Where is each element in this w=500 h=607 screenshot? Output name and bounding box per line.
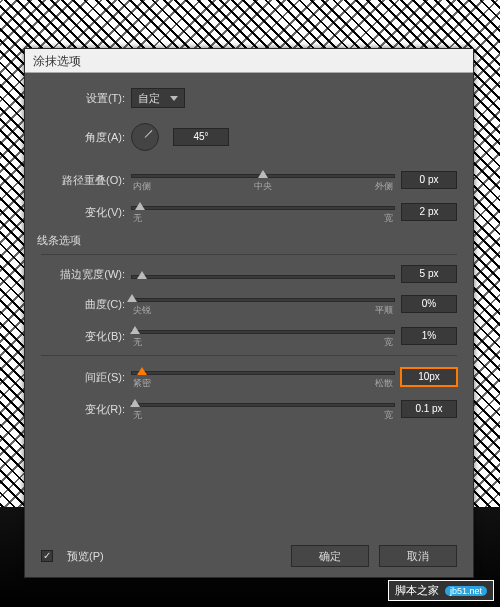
angle-label: 角度(A): [41, 130, 131, 145]
angle-input[interactable]: 45° [173, 128, 229, 146]
variation-v-input[interactable]: 2 px [401, 203, 457, 221]
chevron-down-icon [170, 96, 178, 101]
spacing-ticks: 紧密 松散 [131, 377, 395, 390]
variation-b-input[interactable]: 1% [401, 327, 457, 345]
stroke-width-label: 描边宽度(W): [41, 267, 131, 282]
variation-b-label: 变化(B): [41, 329, 131, 344]
path-overlap-ticks: 内侧 中央 外侧 [131, 180, 395, 193]
angle-row: 角度(A): 45° [41, 123, 457, 151]
divider [41, 355, 457, 356]
slider-thumb-icon[interactable] [135, 202, 145, 210]
path-overlap-label: 路径重叠(O): [41, 173, 131, 188]
spacing-row: 间距(S): 紧密 松散 10px [41, 364, 457, 390]
cancel-button[interactable]: 取消 [379, 545, 457, 567]
curvature-row: 曲度(C): 尖锐 平顺 0% [41, 291, 457, 317]
stroke-width-input[interactable]: 5 px [401, 265, 457, 283]
slider-thumb-icon[interactable] [137, 271, 147, 279]
settings-value: 自定 [138, 91, 160, 106]
divider [41, 254, 457, 255]
variation-r-input[interactable]: 0.1 px [401, 400, 457, 418]
variation-v-ticks: 无 宽 [131, 212, 395, 225]
preview-checkbox[interactable]: ✓ [41, 550, 53, 562]
settings-label: 设置(T): [41, 91, 131, 106]
curvature-label: 曲度(C): [41, 297, 131, 312]
curvature-slider[interactable] [131, 298, 395, 302]
variation-b-row: 变化(B): 无 宽 1% [41, 323, 457, 349]
dialog-body: 设置(T): 自定 角度(A): 45° 路径重叠(O): 内侧 中央 外侧 [25, 73, 473, 535]
slider-thumb-icon[interactable] [137, 367, 147, 375]
dialog-footer: ✓ 预览(P) 确定 取消 [25, 535, 473, 577]
curvature-ticks: 尖锐 平顺 [131, 304, 395, 317]
ok-button[interactable]: 确定 [291, 545, 369, 567]
variation-b-slider[interactable] [131, 330, 395, 334]
curvature-input[interactable]: 0% [401, 295, 457, 313]
settings-row: 设置(T): 自定 [41, 87, 457, 109]
slider-thumb-icon[interactable] [258, 170, 268, 178]
stroke-width-slider[interactable] [131, 275, 395, 279]
variation-r-slider[interactable] [131, 403, 395, 407]
slider-thumb-icon[interactable] [127, 294, 137, 302]
smudge-options-dialog: 涂抹选项 设置(T): 自定 角度(A): 45° 路径重叠(O): 内侧 [24, 48, 474, 578]
variation-r-ticks: 无 宽 [131, 409, 395, 422]
watermark: 脚本之家 jb51.net [388, 580, 494, 601]
settings-select[interactable]: 自定 [131, 88, 185, 108]
angle-dial[interactable] [131, 123, 159, 151]
stroke-width-row: 描边宽度(W): 5 px [41, 263, 457, 285]
spacing-input[interactable]: 10px [401, 368, 457, 386]
path-overlap-slider[interactable] [131, 174, 395, 178]
variation-r-label: 变化(R): [41, 402, 131, 417]
path-overlap-input[interactable]: 0 px [401, 171, 457, 189]
line-options-section: 线条选项 [37, 233, 457, 248]
spacing-slider[interactable] [131, 371, 395, 375]
variation-r-row: 变化(R): 无 宽 0.1 px [41, 396, 457, 422]
variation-v-slider[interactable] [131, 206, 395, 210]
spacing-label: 间距(S): [41, 370, 131, 385]
dialog-title: 涂抹选项 [25, 49, 473, 73]
variation-v-label: 变化(V): [41, 205, 131, 220]
preview-label: 预览(P) [67, 549, 104, 564]
path-overlap-row: 路径重叠(O): 内侧 中央 外侧 0 px [41, 167, 457, 193]
variation-b-ticks: 无 宽 [131, 336, 395, 349]
slider-thumb-icon[interactable] [130, 326, 140, 334]
variation-v-row: 变化(V): 无 宽 2 px [41, 199, 457, 225]
slider-thumb-icon[interactable] [130, 399, 140, 407]
